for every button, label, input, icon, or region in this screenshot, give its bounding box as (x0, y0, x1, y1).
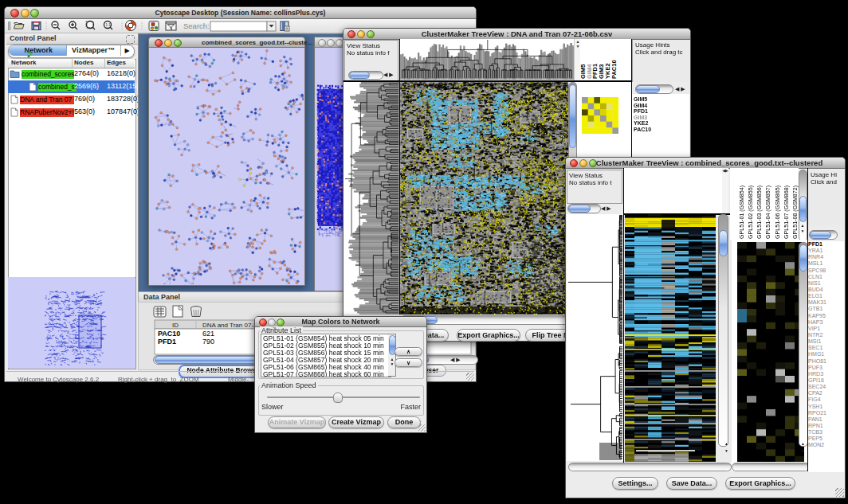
svg-text:PAC10: PAC10 (158, 330, 180, 338)
svg-text:GPL51-03 (GSM856): GPL51-03 (GSM856) (756, 186, 763, 239)
svg-text:Search:: Search: (183, 21, 210, 30)
svg-text:GPL51-01 (GSM854): GPL51-01 (GSM854) (739, 186, 745, 239)
svg-text:GPL51-04 (GSM857): GPL51-04 (GSM857) (765, 186, 771, 239)
svg-text:621: 621 (202, 330, 214, 338)
svg-text:PAC10: PAC10 (610, 60, 618, 79)
svg-text:1:1: 1:1 (106, 23, 112, 27)
svg-text:GPL51-08 (GSM872): GPL51-08 (GSM872) (792, 186, 799, 239)
svg-text:GPL51-02 (GSM855): GPL51-02 (GSM855) (748, 186, 754, 239)
svg-text:ID: ID (172, 322, 179, 329)
svg-text:GPL51-07 (GSM868): GPL51-07 (GSM868) (783, 186, 790, 239)
svg-text:790: 790 (202, 338, 214, 346)
svg-text:GPL51-06 (GSM865): GPL51-06 (GSM865) (775, 186, 781, 239)
svg-text:PFD1: PFD1 (158, 338, 176, 346)
